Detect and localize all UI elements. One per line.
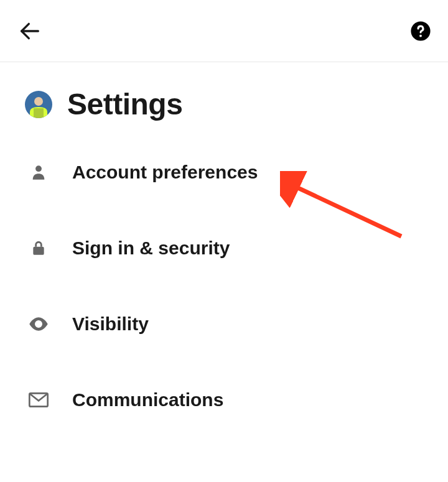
top-bar	[0, 0, 448, 62]
back-button[interactable]	[15, 16, 45, 46]
avatar-image	[25, 91, 52, 118]
svg-point-2	[419, 34, 422, 37]
menu-label: Account preferences	[72, 162, 258, 183]
eye-icon	[25, 310, 52, 338]
settings-menu: Account preferences Sign in & security V…	[25, 159, 423, 414]
menu-label: Sign in & security	[72, 238, 230, 259]
svg-point-4	[34, 97, 43, 106]
menu-item-sign-in-security[interactable]: Sign in & security	[25, 234, 423, 262]
title-row: Settings	[25, 87, 423, 121]
menu-item-visibility[interactable]: Visibility	[25, 310, 423, 338]
menu-item-communications[interactable]: Communications	[25, 386, 423, 414]
page-title: Settings	[67, 87, 182, 121]
help-icon	[410, 21, 431, 42]
svg-rect-6	[33, 247, 44, 255]
back-arrow-icon	[17, 19, 42, 44]
svg-point-5	[35, 165, 42, 172]
menu-item-account-preferences[interactable]: Account preferences	[25, 159, 423, 186]
menu-label: Visibility	[72, 313, 149, 335]
avatar[interactable]	[25, 91, 52, 118]
envelope-icon	[25, 386, 52, 414]
person-icon	[25, 159, 52, 186]
menu-label: Communications	[72, 389, 223, 410]
help-button[interactable]	[408, 19, 433, 44]
lock-icon	[25, 234, 52, 262]
